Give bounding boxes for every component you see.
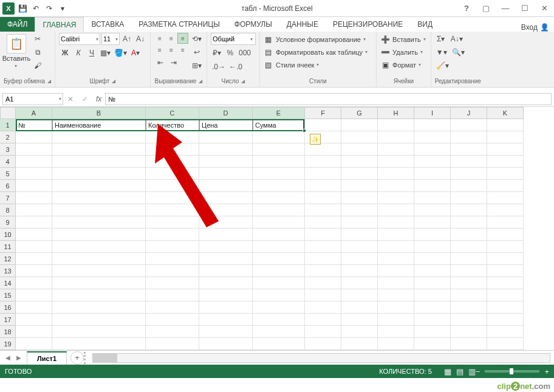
cell-J3[interactable] [451,143,487,156]
name-box[interactable]: A1▾ [2,93,63,105]
cell-J12[interactable] [451,253,487,265]
column-header-D[interactable]: D [199,107,253,119]
cell-C19[interactable] [146,338,199,350]
cell-B19[interactable] [52,338,146,350]
cell-F4[interactable] [305,156,341,168]
cell-H9[interactable] [378,216,414,229]
cell-A10[interactable] [16,229,52,241]
cell-G16[interactable] [341,301,378,314]
cell-F15[interactable] [305,289,341,301]
fill-button[interactable]: ▼▾ [435,46,448,58]
undo-icon[interactable]: ↶ [30,3,41,14]
grow-font-button[interactable]: A↑ [121,33,133,45]
cell-I1[interactable] [414,119,451,131]
cell-F18[interactable] [305,326,341,338]
cell-J5[interactable] [451,168,487,180]
font-launcher[interactable]: ◢ [112,78,115,84]
cell-K13[interactable] [487,265,524,277]
number-launcher[interactable]: ◢ [241,78,245,84]
cell-B17[interactable] [52,314,146,326]
cell-H14[interactable] [378,277,414,289]
cell-J11[interactable] [451,241,487,253]
column-header-F[interactable]: F [305,107,341,119]
copy-button[interactable]: ⧉ [32,46,44,58]
paste-button[interactable]: 📋 Вставить ▾ [4,33,29,72]
cell-I7[interactable] [414,192,451,204]
cell-G4[interactable] [341,156,378,168]
cell-C1[interactable]: Количество [146,119,199,131]
cell-J7[interactable] [451,192,487,204]
cell-F5[interactable] [305,168,341,180]
view-pagebreak-button[interactable]: ▥ [468,367,476,376]
cell-K2[interactable] [487,131,524,143]
cell-I13[interactable] [414,265,451,277]
row-header-8[interactable]: 8 [0,204,16,216]
cell-D18[interactable] [199,326,253,338]
cell-H8[interactable] [378,204,414,216]
cell-A1[interactable]: № [16,119,52,131]
cell-C8[interactable] [146,204,199,216]
cell-B3[interactable] [52,143,146,156]
cell-G5[interactable] [341,168,378,180]
cell-C18[interactable] [146,326,199,338]
cell-G19[interactable] [341,338,378,350]
cell-H5[interactable] [378,168,414,180]
cell-K8[interactable] [487,204,524,216]
select-all-corner[interactable] [0,107,16,119]
cell-F11[interactable] [305,241,341,253]
cell-E4[interactable] [253,156,305,168]
cell-D1[interactable]: Цена [199,119,253,131]
cell-J14[interactable] [451,277,487,289]
cell-I6[interactable] [414,180,451,192]
font-color-button[interactable]: A▾ [129,47,142,59]
cell-I4[interactable] [414,156,451,168]
cell-H11[interactable] [378,241,414,253]
cell-J10[interactable] [451,229,487,241]
cell-K17[interactable] [487,314,524,326]
cell-B15[interactable] [52,289,146,301]
fill-color-button[interactable]: 🪣▾ [113,47,128,59]
cell-D16[interactable] [199,301,253,314]
cell-B14[interactable] [52,277,146,289]
cell-D6[interactable] [199,180,253,192]
cell-A4[interactable] [16,156,52,168]
cell-G10[interactable] [341,229,378,241]
cell-K14[interactable] [487,277,524,289]
tab-insert[interactable]: ВСТАВКА [84,17,131,32]
tab-pagelayout[interactable]: РАЗМЕТКА СТРАНИЦЫ [131,17,227,32]
cell-E1[interactable]: Сумма [253,119,305,131]
cell-B12[interactable] [52,253,146,265]
cell-B11[interactable] [52,241,146,253]
row-header-14[interactable]: 14 [0,277,16,289]
column-header-G[interactable]: G [341,107,378,119]
cell-E2[interactable] [253,131,305,143]
tab-home[interactable]: ГЛАВНАЯ [35,17,84,32]
cell-A8[interactable] [16,204,52,216]
alignment-launcher[interactable]: ◢ [199,78,202,84]
cell-K7[interactable] [487,192,524,204]
align-middle-button[interactable]: ≡ [166,33,177,44]
row-header-18[interactable]: 18 [0,326,16,338]
cell-J4[interactable] [451,156,487,168]
cell-I16[interactable] [414,301,451,314]
cell-I9[interactable] [414,216,451,229]
cell-A7[interactable] [16,192,52,204]
cell-B18[interactable] [52,326,146,338]
cell-B1[interactable]: Наименование [52,119,146,131]
cell-E17[interactable] [253,314,305,326]
cell-I18[interactable] [414,326,451,338]
cell-F13[interactable] [305,265,341,277]
cell-F3[interactable] [305,143,341,156]
row-header-5[interactable]: 5 [0,168,16,180]
cell-D19[interactable] [199,338,253,350]
cell-C10[interactable] [146,229,199,241]
cell-K15[interactable] [487,289,524,301]
cell-D8[interactable] [199,204,253,216]
cell-C7[interactable] [146,192,199,204]
cell-F1[interactable] [305,119,341,131]
align-top-button[interactable]: ≡ [154,33,165,44]
tab-file[interactable]: ФАЙЛ [0,17,35,32]
cell-C5[interactable] [146,168,199,180]
cell-E13[interactable] [253,265,305,277]
cell-J9[interactable] [451,216,487,229]
